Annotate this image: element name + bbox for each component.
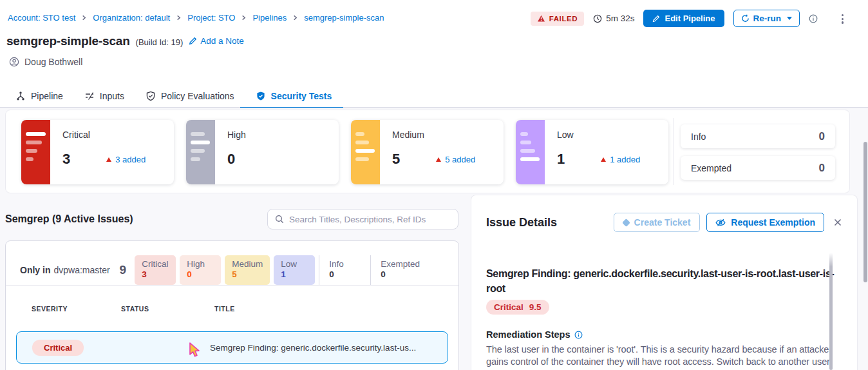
request-exemption-button[interactable]: Request Exemption <box>706 213 824 232</box>
pill-count: 0 <box>187 269 214 279</box>
tab-policy-evaluations[interactable]: Policy Evaluations <box>139 85 241 108</box>
page-scrollbar[interactable] <box>863 142 867 282</box>
severity-card-medium[interactable]: Medium 5 5 added <box>351 120 504 184</box>
breadcrumb-pipelines[interactable]: Pipelines <box>252 13 287 23</box>
pill-label: High <box>187 259 214 269</box>
severity-card-high[interactable]: High 0 <box>186 120 339 184</box>
filter-pill-critical[interactable]: Critical 3 <box>135 255 176 285</box>
pill-label: Critical <box>142 259 169 269</box>
info-icon[interactable] <box>809 14 818 23</box>
severity-bars-icon <box>351 120 380 184</box>
edit-pipeline-button[interactable]: Edit Pipeline <box>643 10 724 27</box>
issues-list-card: Only in dvpwa:master 9 Critical 3 High 0… <box>5 240 459 370</box>
author-row: Doug Bothwell <box>9 57 82 67</box>
edit-pipeline-label: Edit Pipeline <box>665 14 715 23</box>
severity-card-count: 0 <box>227 151 235 168</box>
search-input[interactable] <box>289 215 451 224</box>
chevron-down-icon <box>787 17 792 20</box>
add-note-label: Add a Note <box>200 36 244 46</box>
filter-target: dvpwa:master <box>53 265 109 275</box>
issue-details-panel: Issue Details Create Ticket Request Exem… <box>471 195 858 370</box>
triangle-up-icon <box>436 157 441 162</box>
added-indicator: 3 added <box>106 155 146 164</box>
severity-card-info[interactable]: Info 0 <box>681 124 835 148</box>
pipeline-icon <box>15 91 26 101</box>
tab-policy-evaluations-label: Policy Evaluations <box>161 91 234 101</box>
severity-pill: Critical <box>32 340 84 356</box>
clock-icon <box>593 14 602 23</box>
create-ticket-button[interactable]: Create Ticket <box>614 213 701 232</box>
search-box <box>267 209 458 229</box>
tab-inputs[interactable]: Inputs <box>78 85 131 108</box>
breadcrumb-organization[interactable]: Organization: default <box>93 13 170 23</box>
severity-score-badge: Critical 9.5 <box>486 300 549 315</box>
remediation-body: The last user in the container is 'root'… <box>486 344 832 370</box>
breadcrumb-account[interactable]: Account: STO test <box>8 13 75 23</box>
tab-bar: Pipeline Inputs Policy Evaluations Secur… <box>0 85 868 108</box>
severity-card-count: 1 <box>557 151 565 168</box>
issue-row-selected[interactable]: Critical Semgrep Finding: generic.docker… <box>16 331 448 364</box>
info-icon[interactable] <box>574 331 583 339</box>
more-options-menu[interactable] <box>840 13 845 25</box>
pill-count: 0 <box>329 269 359 279</box>
severity-card-label: Info <box>691 131 706 142</box>
breadcrumb-current[interactable]: semgrep-simple-scan <box>304 13 384 23</box>
column-severity: SEVERITY <box>32 305 121 313</box>
severity-bars-icon <box>516 120 545 184</box>
eye-off-icon <box>715 218 726 228</box>
issue-details-heading: Issue Details <box>486 216 557 229</box>
filter-prefix: Only in <box>20 265 50 275</box>
remediation-text: The last user in the container is 'root'… <box>486 344 837 370</box>
severity-bars-icon <box>186 120 215 184</box>
filter-pill-exempted[interactable]: Exempted 0 <box>370 255 427 285</box>
severity-card-label: Critical <box>62 130 165 140</box>
severity-card-count: 5 <box>392 151 400 168</box>
chevron-right-icon <box>241 15 247 21</box>
add-note-link[interactable]: Add a Note <box>189 36 244 46</box>
table-header: SEVERITY STATUS TITLE <box>6 286 458 313</box>
added-indicator: 1 added <box>601 155 640 164</box>
severity-card-label: Exempted <box>691 163 731 173</box>
duration-value: 5m 32s <box>606 14 634 23</box>
build-id: (Build Id: 19) <box>136 37 184 47</box>
breadcrumb-project[interactable]: Project: STO <box>187 13 235 23</box>
create-ticket-label: Create Ticket <box>634 217 691 228</box>
severity-card-critical[interactable]: Critical 3 3 added <box>21 120 174 184</box>
severity-card-exempted[interactable]: Exempted 0 <box>681 156 835 180</box>
pill-label: Medium <box>232 259 263 269</box>
inputs-icon <box>84 91 95 101</box>
filter-pill-medium[interactable]: Medium 5 <box>225 255 270 285</box>
pill-count: 5 <box>232 269 263 279</box>
issues-filter-row: Only in dvpwa:master 9 Critical 3 High 0… <box>20 255 448 285</box>
severity-score: 9.5 <box>529 302 542 312</box>
filter-pill-high[interactable]: High 0 <box>180 255 221 285</box>
title-row: semgrep-simple-scan (Build Id: 19) Add a… <box>6 34 244 48</box>
tab-pipeline-label: Pipeline <box>31 91 63 101</box>
duration: 5m 32s <box>593 14 634 23</box>
breadcrumb: Account: STO test Organization: default … <box>8 13 384 23</box>
close-icon[interactable] <box>833 218 842 227</box>
security-tests-page: Account: STO test Organization: default … <box>0 0 868 370</box>
user-icon <box>9 57 19 67</box>
column-status: STATUS <box>121 305 214 313</box>
chevron-right-icon <box>292 15 298 21</box>
filter-pill-low[interactable]: Low 1 <box>274 255 315 285</box>
refresh-icon <box>741 14 750 23</box>
tab-pipeline[interactable]: Pipeline <box>9 85 70 108</box>
filter-pill-info[interactable]: Info 0 <box>319 255 366 285</box>
tab-security-tests[interactable]: Security Tests <box>249 85 339 108</box>
panel-scrollbar[interactable] <box>829 253 833 370</box>
pill-count: 3 <box>142 269 169 279</box>
added-label: 5 added <box>445 155 475 164</box>
severity-card-label: Medium <box>392 130 495 140</box>
chevron-right-icon <box>176 15 182 21</box>
severity-card-low[interactable]: Low 1 1 added <box>516 120 668 184</box>
added-label: 3 added <box>115 155 146 164</box>
pill-label: Exempted <box>381 259 420 269</box>
pill-count: 1 <box>281 269 308 279</box>
pill-count: 0 <box>381 269 420 279</box>
rerun-button[interactable]: Re-run <box>733 10 800 27</box>
triangle-up-icon <box>106 157 111 162</box>
issue-title: Semgrep Finding: generic.dockerfile.secu… <box>210 343 448 353</box>
severity-card-count: 3 <box>62 151 70 168</box>
